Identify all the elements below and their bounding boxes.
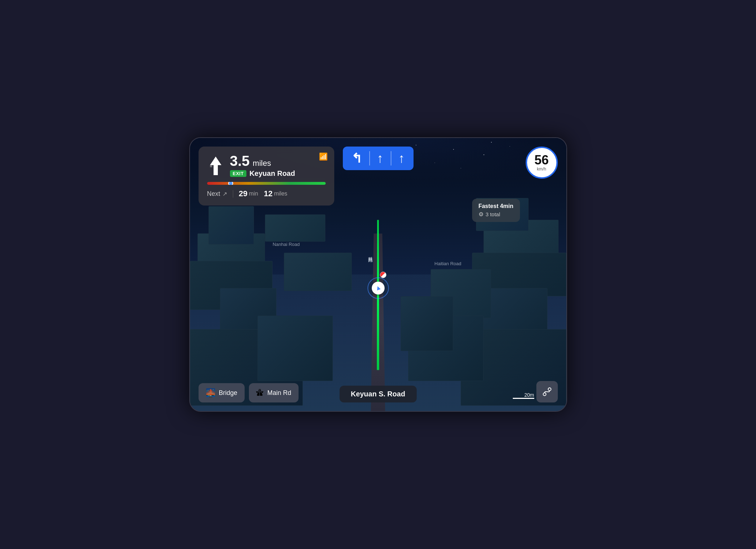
building	[265, 214, 325, 242]
location-pin: ▲	[367, 277, 389, 299]
bottom-buttons: 🌉 Bridge 🛣 Main Rd	[199, 383, 299, 402]
main-road-label: Main Rd	[267, 389, 291, 397]
scale-indicator: 20m	[513, 392, 534, 399]
distance-value: 3.5	[230, 153, 250, 169]
nav-panel: 📶 3.5 miles EXIT Keyuan Road	[199, 147, 334, 206]
building	[257, 316, 333, 381]
next-text: Next	[207, 190, 220, 198]
lane-panel: ↰ ↑ ↑	[343, 147, 414, 170]
lane-divider	[369, 151, 370, 165]
road-label-bottom: Keyuan S. Road	[339, 386, 416, 402]
nanhai-road-label: Nanhai Road	[272, 242, 300, 247]
toll-details: ⚙ 3 total	[479, 211, 514, 218]
time-value: 29	[239, 189, 247, 198]
location-arrow-icon: ▲	[374, 283, 382, 293]
road-name-row: EXIT Keyuan Road	[230, 169, 326, 178]
building	[209, 206, 254, 244]
lane-left-arrow-icon: ↰	[351, 151, 362, 166]
speed-panel: 56 km/h	[526, 147, 558, 179]
wifi-icon: 📶	[319, 152, 328, 161]
lane-straight-arrow-icon-2: ↑	[399, 151, 405, 166]
nav-panel-top: 3.5 miles EXIT Keyuan Road	[207, 154, 326, 178]
toll-count: 3 total	[486, 211, 500, 217]
speed-value: 56	[534, 154, 549, 167]
progress-bar-bg	[207, 182, 326, 185]
haitian-road-label: Haitian Road	[435, 261, 461, 266]
building	[401, 296, 454, 351]
main-road-button[interactable]: 🛣 Main Rd	[249, 383, 299, 402]
dist-unit: miles	[274, 191, 287, 197]
building	[284, 253, 352, 291]
scale-bar	[513, 398, 534, 399]
toll-panel: Fastest 4min ⚙ 3 total	[472, 199, 520, 222]
lane-straight-arrow-icon: ↑	[377, 151, 384, 166]
progress-bar	[207, 182, 326, 185]
bridge-button[interactable]: 🌉 Bridge	[199, 383, 245, 402]
svg-point-1	[548, 388, 551, 391]
north-indicator	[380, 272, 386, 278]
toll-icon: ⚙	[479, 211, 484, 218]
toll-fastest-text: Fastest 4min	[479, 203, 514, 209]
scale-text: 20m	[524, 392, 534, 398]
lane-sign: ↰ ↑ ↑	[343, 147, 414, 170]
lane-divider-2	[391, 151, 391, 165]
arrow-up-icon	[207, 154, 224, 177]
location-dot: ▲	[372, 282, 385, 295]
next-arrow-icon: ↗	[222, 191, 227, 197]
progress-dot	[228, 182, 233, 185]
distance-info: 3.5 miles EXIT Keyuan Road	[230, 154, 326, 178]
main-road-icon: 🛣	[256, 388, 264, 397]
route-button[interactable]	[536, 381, 558, 402]
svg-point-0	[543, 393, 546, 396]
time-distance: 29 min 12 miles	[233, 189, 287, 198]
exit-badge: EXIT	[230, 170, 247, 177]
bridge-label: Bridge	[219, 389, 237, 397]
speed-unit: km/h	[537, 167, 546, 172]
distance-unit: miles	[253, 159, 271, 168]
next-label: Next ↗	[207, 190, 233, 198]
bridge-icon: 🌉	[206, 388, 215, 397]
dist-value: 12	[264, 189, 272, 198]
chinese-road-label: 科苑路	[367, 253, 374, 255]
screen-container: Nanhai Road Haitian Road 科苑路 ▲ 📶	[189, 137, 567, 412]
next-turn-row: Next ↗ 29 min 12 miles	[207, 189, 326, 198]
time-unit: min	[249, 191, 258, 197]
road-name: Keyuan Road	[249, 169, 295, 178]
